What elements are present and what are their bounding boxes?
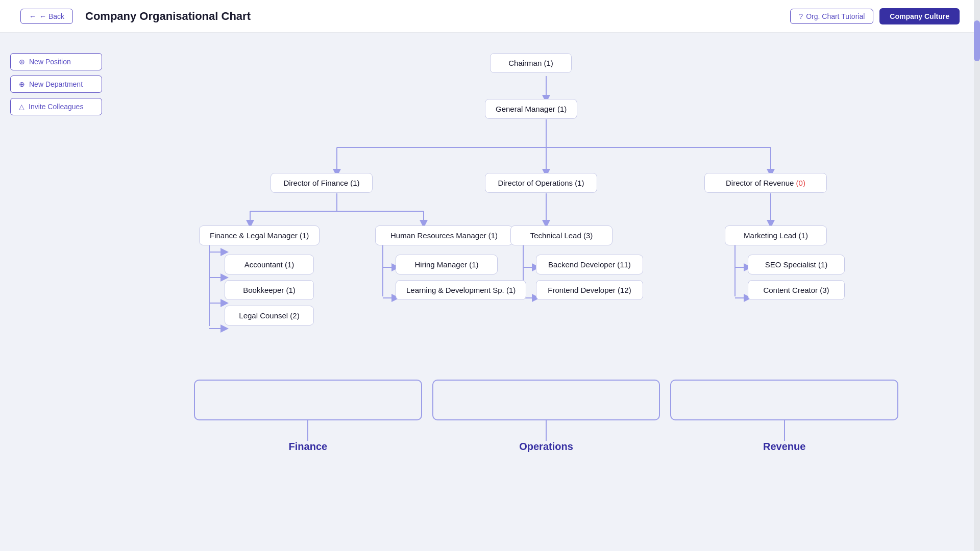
finance-dept: Finance (194, 380, 422, 453)
general-manager-node[interactable]: General Manager (1) (485, 99, 577, 119)
accountant-label: Accountant (1) (244, 260, 295, 269)
department-section: Finance Operations Revenue (194, 380, 898, 493)
legal-counsel-node[interactable]: Legal Counsel (2) (225, 306, 314, 325)
director-revenue-label: Director of Revenue (726, 179, 796, 187)
finance-dept-label: Finance (289, 441, 328, 453)
seo-specialist-label: SEO Specialist (1) (765, 260, 828, 269)
chairman-label: Chairman (1) (508, 59, 553, 67)
operations-dept-label: Operations (519, 441, 573, 453)
frontend-dev-label: Frontend Developer (12) (548, 286, 631, 294)
scrollbar[interactable] (974, 0, 980, 551)
backend-dev-node[interactable]: Backend Developer (11) (536, 255, 643, 274)
bookkeeper-node[interactable]: Bookkeeper (1) (225, 280, 314, 300)
revenue-dept-box (670, 380, 898, 420)
culture-button[interactable]: Company Culture (879, 8, 960, 24)
technical-lead-node[interactable]: Technical Lead (3) (510, 226, 612, 245)
finance-dept-line (307, 420, 308, 441)
page-title: Company Organisational Chart (85, 10, 251, 23)
revenue-dept-line (784, 420, 785, 441)
invite-colleagues-label: Invite Colleagues (29, 103, 83, 111)
hr-manager-node[interactable]: Human Resources Manager (1) (375, 226, 513, 245)
scrollbar-thumb[interactable] (974, 20, 980, 61)
tutorial-label: Org. Chart Tutorial (806, 12, 865, 20)
finance-legal-label: Finance & Legal Manager (1) (210, 231, 309, 240)
new-position-button[interactable]: ⊕ New Position (10, 53, 102, 70)
legal-counsel-label: Legal Counsel (2) (239, 311, 299, 320)
chairman-node[interactable]: Chairman (1) (490, 53, 572, 73)
new-department-label: New Department (29, 80, 83, 88)
question-icon: ? (799, 12, 803, 20)
org-chart-area: Chairman (1) General Manager (1) Directo… (112, 43, 980, 493)
marketing-lead-node[interactable]: Marketing Lead (1) (725, 226, 827, 245)
revenue-dept: Revenue (670, 380, 898, 453)
new-position-label: New Position (29, 58, 71, 66)
tutorial-button[interactable]: ? Org. Chart Tutorial (790, 9, 873, 24)
director-revenue-count: (0) (796, 179, 805, 187)
director-finance-node[interactable]: Director of Finance (1) (271, 173, 373, 193)
operations-dept: Operations (432, 380, 660, 453)
seo-specialist-node[interactable]: SEO Specialist (1) (748, 255, 845, 274)
new-department-button[interactable]: ⊕ New Department (10, 76, 102, 93)
learning-dev-node[interactable]: Learning & Development Sp. (1) (396, 280, 526, 300)
back-label: ← Back (39, 12, 64, 20)
director-finance-label: Director of Finance (1) (283, 179, 359, 187)
technical-lead-label: Technical Lead (3) (530, 231, 593, 240)
backend-dev-label: Backend Developer (11) (548, 260, 631, 269)
director-operations-label: Director of Operations (1) (498, 179, 584, 187)
content-creator-node[interactable]: Content Creator (3) (748, 280, 845, 300)
bookkeeper-label: Bookkeeper (1) (243, 286, 296, 294)
header-right: ? Org. Chart Tutorial Company Culture (790, 8, 960, 24)
director-revenue-node[interactable]: Director of Revenue (0) (704, 173, 827, 193)
hr-manager-label: Human Resources Manager (1) (390, 231, 498, 240)
finance-legal-node[interactable]: Finance & Legal Manager (1) (199, 226, 320, 245)
operations-dept-line (546, 420, 547, 441)
main-content: ⊕ New Position ⊕ New Department △ Invite… (0, 33, 980, 504)
hiring-manager-label: Hiring Manager (1) (414, 260, 478, 269)
person-icon: △ (19, 103, 24, 111)
marketing-lead-label: Marketing Lead (1) (744, 231, 808, 240)
header: ← ← Back Company Organisational Chart ? … (0, 0, 980, 33)
back-button[interactable]: ← ← Back (20, 9, 73, 24)
sidebar: ⊕ New Position ⊕ New Department △ Invite… (0, 43, 112, 493)
finance-dept-box (194, 380, 422, 420)
chart-container: Chairman (1) General Manager (1) Directo… (194, 48, 898, 364)
operations-dept-box (432, 380, 660, 420)
general-manager-label: General Manager (1) (496, 105, 567, 113)
plus-circle-icon: ⊕ (19, 58, 25, 66)
content-creator-label: Content Creator (3) (763, 286, 829, 294)
accountant-node[interactable]: Accountant (1) (225, 255, 314, 274)
hiring-manager-node[interactable]: Hiring Manager (1) (396, 255, 498, 274)
plus-circle-icon-2: ⊕ (19, 80, 25, 88)
revenue-dept-label: Revenue (763, 441, 805, 453)
learning-dev-label: Learning & Development Sp. (1) (406, 286, 516, 294)
director-operations-node[interactable]: Director of Operations (1) (485, 173, 597, 193)
invite-colleagues-button[interactable]: △ Invite Colleagues (10, 98, 102, 115)
back-arrow-icon: ← (29, 12, 36, 20)
frontend-dev-node[interactable]: Frontend Developer (12) (536, 280, 643, 300)
